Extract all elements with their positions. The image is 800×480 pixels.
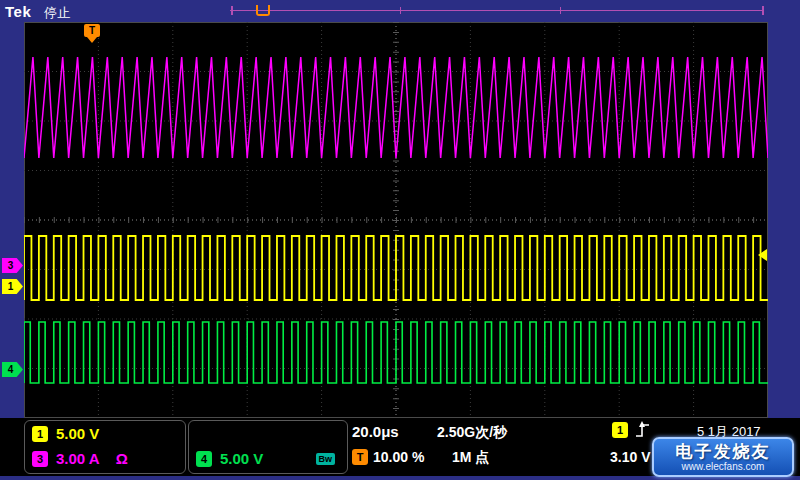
channel-1-badge: 1 bbox=[32, 426, 48, 442]
bandwidth-limit-badge: Bw bbox=[316, 453, 336, 465]
channel-1-marker: 1 bbox=[2, 279, 23, 294]
trigger-level-readout: 3.10 V bbox=[610, 449, 650, 465]
record-view-line bbox=[230, 10, 764, 11]
channel-4-marker: 4 bbox=[2, 362, 23, 377]
channel-3-marker: 3 bbox=[2, 258, 23, 273]
trigger-flag-pointer-icon bbox=[87, 37, 97, 43]
record-view-bracket-left bbox=[231, 6, 233, 15]
vertical-readout-box: 1 5.00 V 3 3.00 A Ω bbox=[24, 420, 186, 474]
record-view-window-tick bbox=[560, 7, 561, 14]
acquisition-status: 停止 bbox=[44, 4, 70, 22]
channel-3-scale: 3.00 A bbox=[56, 450, 100, 467]
timebase-readout: 20.0μs bbox=[352, 423, 399, 440]
channel-3-badge: 3 bbox=[32, 451, 48, 467]
horizontal-position-readout: 10.00 % bbox=[373, 449, 424, 465]
trigger-source-badge: 1 bbox=[612, 422, 628, 438]
record-view-trigger-marker bbox=[256, 5, 270, 16]
record-view-bracket-right bbox=[762, 6, 764, 15]
watermark-url: www.elecfans.com bbox=[682, 461, 765, 472]
trigger-position-flag: T bbox=[84, 24, 100, 37]
channel-4-scale: 5.00 V bbox=[220, 450, 263, 467]
waveform-display bbox=[24, 22, 768, 418]
channel-4-readout-box: 4 5.00 V Bw bbox=[188, 420, 348, 474]
channel-4-badge: 4 bbox=[196, 451, 212, 467]
graticule-area: T bbox=[24, 22, 768, 418]
trigger-level-arrow-icon bbox=[758, 249, 767, 261]
watermark-title: 电子发烧友 bbox=[676, 443, 771, 461]
horizontal-position-icon: T bbox=[352, 449, 368, 465]
channel-3-readout: 3 3.00 A Ω bbox=[32, 450, 128, 467]
tek-logo: Tek bbox=[5, 3, 31, 20]
record-view-center-tick bbox=[400, 7, 401, 14]
oscilloscope-display: Tek 停止 T 3 1 4 1 5.00 V 3 3.00 A Ω bbox=[0, 0, 800, 480]
channel-4-readout: 4 5.00 V Bw bbox=[196, 450, 347, 467]
trigger-flag-label: T bbox=[89, 25, 95, 36]
channel-3-impedance: Ω bbox=[116, 450, 128, 467]
watermark-badge: 电子发烧友 www.elecfans.com bbox=[652, 437, 794, 477]
top-bar: Tek 停止 bbox=[0, 0, 800, 22]
trigger-slope-icon bbox=[635, 420, 651, 440]
channel-1-readout: 1 5.00 V bbox=[32, 425, 99, 442]
record-length-readout: 1M 点 bbox=[452, 449, 489, 467]
sample-rate-readout: 2.50G次/秒 bbox=[437, 424, 507, 442]
channel-1-scale: 5.00 V bbox=[56, 425, 99, 442]
